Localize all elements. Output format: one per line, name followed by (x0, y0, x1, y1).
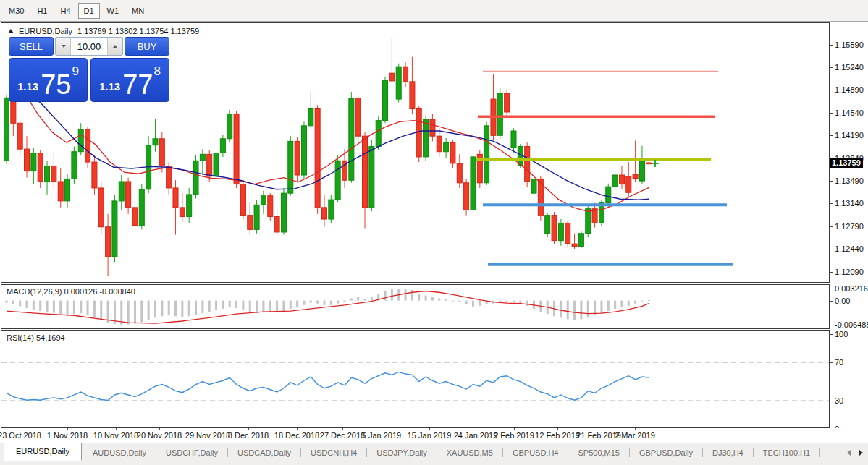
macd-axis-label: 0.00 (835, 297, 850, 305)
tab-scroll-controls (847, 450, 863, 456)
volume-increase-button[interactable] (107, 38, 122, 55)
tab-separator (83, 448, 83, 457)
macd-axis-label: -0.006485 (835, 320, 868, 329)
tab-gbpusd-h4[interactable]: GBPUSD,H4 (504, 445, 568, 461)
price-axis-label: 1.15240 (835, 63, 864, 72)
tab-u[interactable]: U (821, 445, 825, 461)
scroll-left-icon[interactable] (847, 450, 851, 456)
date-label: 2 Mar 2019 (604, 431, 665, 440)
macd-label: MACD(12,26,9) 0.000126 -0.000840 (7, 287, 135, 296)
tab-sp500-m15[interactable]: SP500,M15 (569, 445, 628, 461)
price-axis-label: 1.14540 (835, 108, 864, 117)
tab-separator (753, 448, 754, 457)
sell-price-box[interactable]: 1.13759 (9, 58, 88, 102)
tab-dj30-h4[interactable]: DJ30,H4 (704, 445, 752, 461)
tab-audusd-daily[interactable]: AUDUSD,Daily (84, 445, 155, 461)
timeframe-toolbar: M30H1H4D1W1MN (0, 0, 868, 22)
tf-button-w1[interactable]: W1 (101, 3, 125, 19)
macd-panel: MACD(12,26,9) 0.000126 -0.000840 (1, 284, 830, 329)
rsi-axis-label: 100 (835, 330, 848, 338)
price-axis: 1.155901.152401.148901.145401.141901.138… (830, 22, 868, 428)
tab-usdjpy-daily[interactable]: USDJPY,Daily (368, 445, 436, 461)
chart-symbol-label: EURUSD,Daily (19, 27, 72, 35)
volume-spinner: 10.00 (55, 37, 123, 56)
tab-separator (702, 448, 703, 457)
tab-usdcad-daily[interactable]: USDCAD,Daily (229, 445, 300, 461)
chart-title: EURUSD,Daily 1.13769 1.13802 1.13754 1.1… (8, 27, 199, 35)
tab-gbpusd-daily[interactable]: GBPUSD,Daily (631, 445, 701, 461)
tab-separator (502, 448, 503, 457)
tf-button-d1[interactable]: D1 (78, 3, 100, 19)
tf-button-h4[interactable]: H4 (54, 3, 76, 19)
price-axis-label: 1.14890 (835, 85, 864, 94)
tab-separator (300, 448, 301, 457)
macd-axis-label: 0.003216 (835, 284, 868, 293)
price-axis-label: 1.13140 (835, 199, 864, 208)
rsi-canvas[interactable] (1, 331, 829, 427)
buy-price-big: 77 (122, 74, 153, 96)
tab-tech100-h1[interactable]: TECH100,H1 (754, 445, 819, 461)
spin-down-icon (62, 45, 66, 48)
sell-price-big: 75 (41, 74, 71, 96)
rsi-axis-label: 30 (835, 396, 843, 405)
sell-price-prefix: 1.13 (17, 80, 38, 93)
tab-separator (366, 448, 367, 457)
chart-ohlc-values: 1.13769 1.13802 1.13754 1.13759 (77, 27, 199, 35)
tab-usdcnh-h4[interactable]: USDCNH,H4 (302, 445, 366, 461)
chart-tabs: EURUSD,DailyAUDUSD,DailyUSDCHF,DailyUSDC… (0, 443, 825, 461)
tab-separator (568, 448, 568, 457)
sell-price-sup: 9 (72, 64, 79, 79)
volume-input[interactable]: 10.00 (71, 38, 107, 55)
current-price-tag: 1.13759 (830, 158, 863, 168)
tab-eurusd-daily[interactable]: EURUSD,Daily (4, 443, 82, 461)
price-axis-label: 1.14190 (835, 131, 864, 140)
buy-price-box[interactable]: 1.13778 (90, 58, 169, 102)
tab-usdchf-daily[interactable]: USDCHF,Daily (157, 445, 227, 461)
scroll-right-icon[interactable] (859, 450, 863, 456)
tab-separator (437, 448, 437, 457)
spin-up-icon (113, 45, 117, 48)
tab-separator (227, 448, 228, 457)
rsi-axis-label: 70 (835, 358, 843, 367)
tab-separator (629, 448, 630, 457)
collapse-arrow-icon[interactable] (8, 29, 14, 33)
tab-separator (156, 448, 156, 457)
timeframe-buttons: M30H1H4D1W1MN (2, 3, 151, 19)
tf-button-m30[interactable]: M30 (3, 3, 30, 19)
tab-xauusd-m5[interactable]: XAUUSD,M5 (438, 445, 502, 461)
mt4-window: M30H1H4D1W1MN EURUSD,Daily 1.13769 1.138… (0, 0, 868, 465)
rsi-panel: RSI(14) 54.1694 (1, 330, 830, 428)
sell-button[interactable]: SELL (9, 37, 54, 56)
price-axis-label: 1.12790 (835, 222, 864, 231)
buy-price-sup: 8 (154, 64, 161, 79)
price-axis-label: 1.12440 (835, 244, 864, 253)
tf-button-h1[interactable]: H1 (31, 3, 53, 19)
buy-price-prefix: 1.13 (99, 80, 120, 93)
one-click-trading-panel: SELL 10.00 BUY 1.13759 1.13778 (9, 37, 169, 102)
price-axis-label: 1.12090 (835, 268, 864, 276)
date-axis: 23 Oct 20181 Nov 201810 Nov 201820 Nov 2… (0, 428, 868, 443)
buy-button[interactable]: BUY (125, 37, 169, 56)
rsi-label: RSI(14) 54.1694 (7, 333, 65, 342)
tf-button-mn[interactable]: MN (126, 3, 150, 19)
toolbar-divider (156, 4, 156, 18)
price-panel: EURUSD,Daily 1.13769 1.13802 1.13754 1.1… (1, 22, 830, 283)
volume-decrease-button[interactable] (56, 38, 71, 55)
price-axis-label: 1.13490 (835, 176, 864, 185)
price-axis-label: 1.15590 (835, 40, 864, 49)
tab-separator (819, 448, 820, 457)
chart-tab-bar: EURUSD,DailyAUDUSD,DailyUSDCHF,DailyUSDC… (0, 443, 868, 465)
